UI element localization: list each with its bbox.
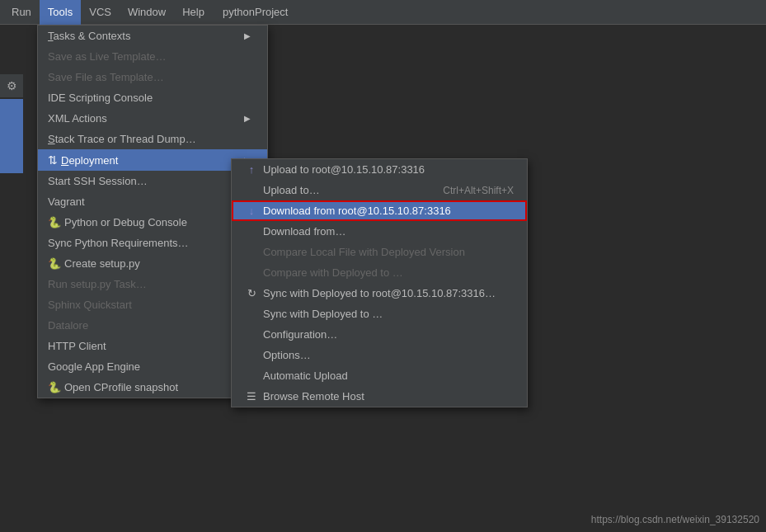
submenu-item-upload-to[interactable]: Upload to… Ctrl+Alt+Shift+X: [232, 180, 527, 200]
app-title: pythonProject: [213, 2, 298, 21]
watermark: https://blog.csdn.net/weixin_39132520: [591, 514, 759, 525]
menu-item-save-file: Save File as Template…: [38, 67, 267, 87]
menubar-item-run[interactable]: Run: [3, 0, 40, 25]
menubar-item-vcs[interactable]: VCS: [81, 0, 120, 25]
menubar: Run Tools VCS Window Help pythonProject: [0, 0, 766, 25]
submenu-item-compare-deployed: Compare with Deployed to …: [232, 262, 527, 283]
gear-icon[interactable]: ⚙: [0, 74, 23, 97]
arrow-icon: ▶: [244, 114, 251, 123]
browse-remote-icon: ☰: [245, 390, 258, 403]
submenu-item-configuration[interactable]: Configuration…: [232, 324, 527, 345]
submenu-item-browse-remote[interactable]: ☰ Browse Remote Host: [232, 386, 527, 407]
menubar-item-tools[interactable]: Tools: [40, 0, 81, 25]
menu-item-save-live: Save as Live Template…: [38, 46, 267, 67]
submenu-item-sync-deployed-host[interactable]: ↻ Sync with Deployed to root@10.15.10.87…: [232, 283, 527, 304]
arrow-icon: ▶: [244, 31, 251, 40]
sidebar-highlight: [0, 99, 23, 173]
submenu-item-auto-upload[interactable]: Automatic Upload: [232, 365, 527, 386]
menu-item-tasks[interactable]: Tasks & Contexts ▶: [38, 26, 267, 46]
submenu-item-sync-deployed[interactable]: Sync with Deployed to …: [232, 304, 527, 324]
upload-icon: ↑: [245, 163, 258, 176]
upload-shortcut: Ctrl+Alt+Shift+X: [443, 185, 514, 196]
deployment-submenu: ↑ Upload to root@10.15.10.87:3316 Upload…: [231, 158, 528, 407]
download-icon: ↓: [245, 205, 258, 217]
menu-item-stack-trace[interactable]: Stack Trace or Thread Dump…: [38, 129, 267, 149]
submenu-item-download-from-host[interactable]: ↓ Download from root@10.15.10.87:3316: [232, 200, 527, 221]
sync-icon: ↻: [245, 287, 258, 299]
submenu-item-upload-to-host[interactable]: ↑ Upload to root@10.15.10.87:3316: [232, 159, 527, 180]
menubar-item-window[interactable]: Window: [120, 0, 174, 25]
menubar-item-help[interactable]: Help: [174, 0, 213, 25]
submenu-item-compare-local: Compare Local File with Deployed Version: [232, 242, 527, 262]
menu-item-xml-actions[interactable]: XML Actions ▶: [38, 108, 267, 129]
submenu-item-options[interactable]: Options…: [232, 345, 527, 365]
submenu-item-download-from[interactable]: Download from…: [232, 221, 527, 242]
menu-item-ide-console[interactable]: IDE Scripting Console: [38, 87, 267, 108]
